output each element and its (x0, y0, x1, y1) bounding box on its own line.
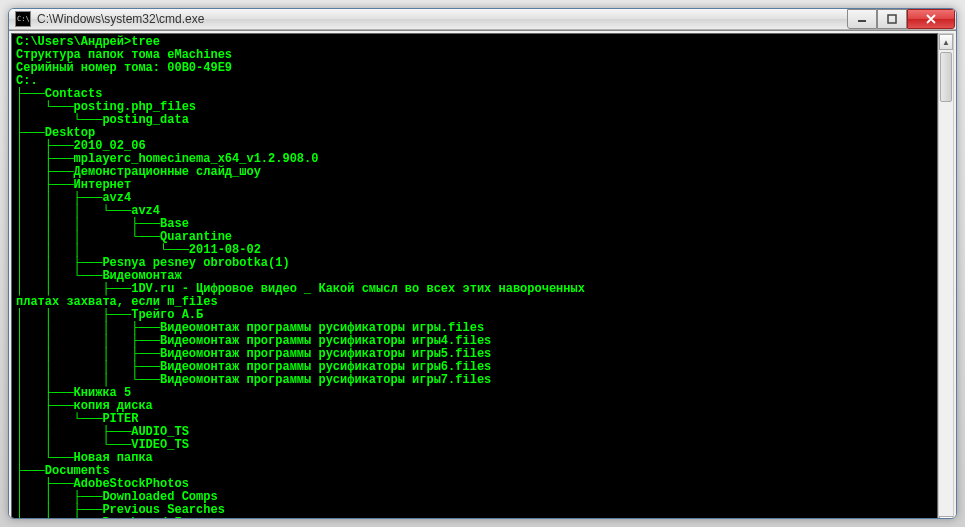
client-area: C:\Users\Андрей>tree Структура папок том… (9, 30, 956, 519)
minimize-button[interactable] (847, 9, 877, 29)
titlebar[interactable]: C:\Windows\system32\cmd.exe (9, 9, 956, 30)
minimize-icon (857, 14, 867, 24)
window-title: C:\Windows\system32\cmd.exe (37, 12, 847, 26)
svg-rect-1 (888, 15, 896, 23)
window-controls (847, 9, 955, 29)
scroll-up-button[interactable]: ▲ (939, 34, 953, 50)
vertical-scroll-thumb[interactable] (940, 52, 952, 102)
close-icon (926, 14, 936, 24)
vertical-scrollbar[interactable]: ▲ ▼ (938, 33, 954, 519)
scroll-down-button[interactable]: ▼ (939, 516, 953, 519)
maximize-button[interactable] (877, 9, 907, 29)
maximize-icon (887, 14, 897, 24)
close-button[interactable] (907, 9, 955, 29)
cmd-icon (15, 11, 31, 27)
cmd-window: C:\Windows\system32\cmd.exe C:\Users\Анд… (8, 8, 957, 519)
console-output[interactable]: C:\Users\Андрей>tree Структура папок том… (11, 33, 938, 519)
svg-rect-0 (858, 20, 866, 22)
